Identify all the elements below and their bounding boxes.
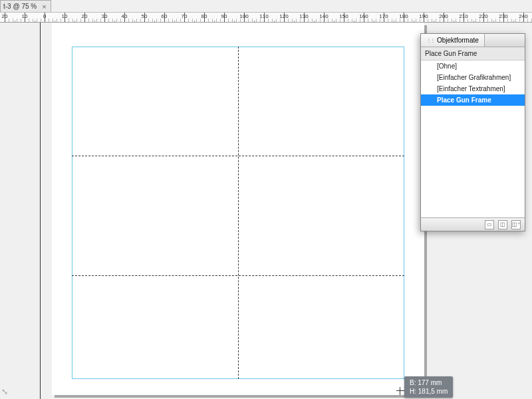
- ruler-label: 90: [221, 13, 227, 19]
- ruler-label: 10: [62, 13, 68, 19]
- ruler-label: 80: [201, 13, 207, 19]
- guide-vertical[interactable]: [238, 47, 239, 379]
- ruler-label: 30: [102, 13, 108, 19]
- ruler-label: 140: [319, 13, 328, 19]
- ruler-label: 40: [122, 13, 128, 19]
- ruler-label: 200: [439, 13, 448, 19]
- object-style-label: [Einfacher Textrahmen]: [437, 85, 505, 92]
- tooltip-width: B: 177 mm: [410, 378, 448, 387]
- ruler-label: 230: [499, 13, 507, 19]
- object-style-label: [Einfacher Grafikrahmen]: [437, 74, 511, 81]
- ruler-label: 70: [182, 13, 188, 19]
- panel-footer: ▭ ◫ ◫⁺: [421, 217, 525, 231]
- ruler-label: 180: [399, 13, 408, 19]
- origin-indicator-icon: ⤡: [1, 387, 8, 396]
- ruler-label: 110: [259, 13, 268, 19]
- ruler-label: 160: [359, 13, 368, 19]
- object-style-label: Place Gun Frame: [437, 96, 491, 104]
- object-style-label: [Ohne]: [437, 63, 457, 70]
- document-tab[interactable]: t-3 @ 75 % ×: [0, 0, 51, 12]
- object-styles-list: [Ohne][Einfacher Grafikrahmen][Einfacher…: [421, 61, 525, 217]
- ruler-label: 10: [22, 13, 28, 19]
- document-tab-label: t-3 @ 75 %: [3, 3, 37, 10]
- close-icon[interactable]: ×: [42, 3, 46, 11]
- ruler-label: 150: [339, 13, 348, 19]
- ruler-label: 100: [239, 13, 248, 19]
- new-style-plus-icon[interactable]: ◫⁺: [511, 220, 521, 229]
- ruler-label: 20: [2, 13, 8, 19]
- pasteboard-edge: [40, 23, 41, 399]
- tooltip-height: H: 181,5 mm: [410, 387, 448, 396]
- ruler-label: 220: [479, 13, 487, 19]
- cursor-crosshair-icon: [396, 387, 404, 395]
- ruler-label: 170: [379, 13, 388, 19]
- ruler-label: 0: [43, 13, 46, 19]
- ruler-label: 240: [519, 13, 527, 19]
- object-style-item[interactable]: [Einfacher Grafikrahmen]: [421, 72, 525, 83]
- new-style-icon[interactable]: ◫: [498, 220, 507, 229]
- panel-tab-row: ⋮⋮ Objektformate: [421, 34, 525, 47]
- ruler-label: 50: [142, 13, 148, 19]
- page[interactable]: [52, 23, 424, 395]
- folder-icon[interactable]: ▭: [485, 220, 494, 229]
- panel-tab-title: Objektformate: [437, 37, 479, 44]
- horizontal-ruler[interactable]: 2010010203040506070809010011012013014015…: [0, 12, 532, 23]
- ruler-label: 210: [459, 13, 467, 19]
- ruler-label: 20: [82, 13, 88, 19]
- object-style-item[interactable]: [Einfacher Textrahmen]: [421, 83, 525, 94]
- ruler-label: 120: [279, 13, 288, 19]
- measurement-tooltip: B: 177 mm H: 181,5 mm: [404, 376, 453, 398]
- object-style-item[interactable]: Place Gun Frame: [421, 94, 525, 106]
- panel-tab[interactable]: ⋮⋮ Objektformate: [421, 34, 485, 47]
- object-style-item[interactable]: [Ohne]: [421, 61, 525, 72]
- grip-icon: ⋮⋮: [426, 37, 434, 43]
- panel-header: Place Gun Frame: [421, 47, 525, 61]
- object-styles-panel[interactable]: ⋮⋮ Objektformate Place Gun Frame [Ohne][…: [420, 33, 525, 231]
- ruler-label: 60: [162, 13, 168, 19]
- ruler-label: 130: [299, 13, 308, 19]
- ruler-label: 190: [419, 13, 428, 19]
